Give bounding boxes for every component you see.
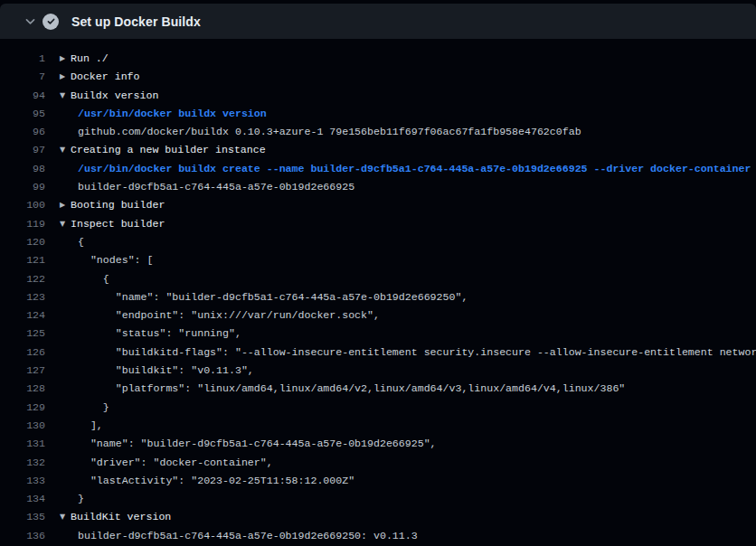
log-group-row[interactable]: 135 ▼ BuildKit version [0, 508, 756, 526]
triangle-down-icon: ▼ [60, 141, 71, 159]
log-text: "endpoint": "unix:///var/run/docker.sock… [78, 306, 380, 325]
log-text: Booting builder [71, 196, 165, 214]
line-number[interactable]: 134 [0, 490, 45, 508]
log-line: 121 "nodes": [ [0, 251, 756, 269]
log-text: github.com/docker/buildx 0.10.3+azure-1 … [78, 123, 581, 141]
line-number[interactable]: 100 [0, 196, 45, 214]
log-text: Inspect builder [71, 215, 165, 233]
log-text: { [78, 233, 84, 251]
log-line: 123 "name": "builder-d9cfb5a1-c764-445a-… [0, 288, 756, 306]
line-number[interactable]: 135 [0, 508, 45, 526]
log-text: BuildKit version [71, 508, 171, 526]
line-number[interactable]: 126 [0, 344, 45, 362]
log-group-row[interactable]: 97 ▼ Creating a new builder instance [0, 141, 756, 159]
log-text: } [78, 490, 84, 508]
log-line: 122 { [0, 270, 756, 288]
line-number[interactable]: 1 [0, 50, 45, 68]
log-line: 126 "buildkitd-flags": "--allow-insecure… [0, 344, 756, 362]
log-line: 134 } [0, 490, 756, 508]
line-number[interactable]: 131 [0, 435, 45, 453]
triangle-down-icon: ▼ [60, 87, 71, 105]
line-number[interactable]: 94 [0, 87, 45, 105]
log-text: builder-d9cfb5a1-c764-445a-a57e-0b19d2e6… [78, 527, 418, 545]
log-text: Buildx version [71, 87, 158, 105]
log-group-row[interactable]: 119 ▼ Inspect builder [0, 215, 756, 233]
log-group-row[interactable]: 94 ▼ Buildx version [0, 87, 756, 105]
line-number[interactable]: 124 [0, 306, 45, 325]
log-line: 99 builder-d9cfb5a1-c764-445a-a57e-0b19d… [0, 178, 756, 196]
log-text: "buildkit": "v0.11.3", [78, 362, 254, 380]
chevron-down-icon[interactable] [24, 14, 37, 28]
triangle-right-icon: ▶ [60, 196, 71, 214]
log-text: Run ./ [71, 50, 109, 68]
line-number[interactable]: 129 [0, 399, 45, 417]
log-text: } [78, 399, 109, 417]
line-number[interactable]: 7 [0, 68, 45, 86]
log-text: "status": "running", [78, 325, 241, 343]
line-number[interactable]: 96 [0, 123, 45, 141]
log-line: 128 "platforms": "linux/amd64,linux/amd6… [0, 380, 756, 398]
line-number[interactable]: 120 [0, 233, 45, 251]
log-text: /usr/bin/docker buildx create --name bui… [78, 160, 751, 178]
log-line: 125 "status": "running", [0, 325, 756, 343]
log-text: builder-d9cfb5a1-c764-445a-a57e-0b19d2e6… [78, 178, 354, 196]
log-line: 98 /usr/bin/docker buildx create --name … [0, 160, 756, 178]
log-line: 120 { [0, 233, 756, 251]
log-line: 96 github.com/docker/buildx 0.10.3+azure… [0, 123, 756, 141]
log-text: { [78, 270, 109, 288]
log-group-row[interactable]: 100 ▶ Booting builder [0, 196, 756, 214]
log-group-row[interactable]: 1 ▶ Run ./ [0, 50, 756, 68]
log-text: Creating a new builder instance [71, 141, 266, 159]
log-area: 1 ▶ Run ./ 7 ▶ Docker info 94 ▼ Buildx v… [0, 39, 756, 546]
triangle-down-icon: ▼ [60, 215, 71, 233]
line-number[interactable]: 136 [0, 527, 45, 545]
log-line: 95 /usr/bin/docker buildx version [0, 105, 756, 123]
log-text: "name": "builder-d9cfb5a1-c764-445a-a57e… [78, 288, 468, 306]
log-text: "platforms": "linux/amd64,linux/amd64/v2… [78, 380, 625, 398]
log-line: 124 "endpoint": "unix:///var/run/docker.… [0, 306, 756, 325]
step-header[interactable]: Set up Docker Buildx [0, 4, 756, 39]
line-number[interactable]: 95 [0, 105, 45, 123]
triangle-down-icon: ▼ [60, 508, 71, 526]
log-text: "driver": "docker-container", [78, 454, 273, 472]
log-line: 132 "driver": "docker-container", [0, 454, 756, 472]
status-success-icon [43, 14, 59, 30]
line-number[interactable]: 97 [0, 141, 45, 159]
line-number[interactable]: 132 [0, 454, 45, 472]
log-text: ], [78, 417, 103, 435]
log-text: "nodes": [ [78, 251, 154, 269]
log-text: /usr/bin/docker buildx version [78, 105, 267, 123]
line-number[interactable]: 133 [0, 472, 45, 490]
log-line: 133 "lastActivity": "2023-02-25T11:58:12… [0, 472, 756, 490]
line-number[interactable]: 127 [0, 362, 45, 380]
log-line: 131 "name": "builder-d9cfb5a1-c764-445a-… [0, 435, 756, 453]
log-line: 130 ], [0, 417, 756, 435]
log-line: 127 "buildkit": "v0.11.3", [0, 362, 756, 380]
line-number[interactable]: 121 [0, 251, 45, 269]
step-title: Set up Docker Buildx [71, 14, 201, 29]
line-number[interactable]: 123 [0, 288, 45, 306]
log-text: "name": "builder-d9cfb5a1-c764-445a-a57e… [78, 435, 437, 453]
line-number[interactable]: 125 [0, 325, 45, 343]
triangle-right-icon: ▶ [60, 68, 71, 86]
log-line: 129 } [0, 399, 756, 417]
log-text: Docker info [71, 68, 140, 86]
log-text: "lastActivity": "2023-02-25T11:58:12.000… [78, 472, 354, 490]
line-number[interactable]: 119 [0, 215, 45, 233]
triangle-right-icon: ▶ [60, 50, 71, 68]
line-number[interactable]: 99 [0, 178, 45, 196]
log-line: 136 builder-d9cfb5a1-c764-445a-a57e-0b19… [0, 527, 756, 545]
line-number[interactable]: 128 [0, 380, 45, 398]
line-number[interactable]: 122 [0, 270, 45, 288]
line-number[interactable]: 98 [0, 160, 45, 178]
line-number[interactable]: 130 [0, 417, 45, 435]
log-text: "buildkitd-flags": "--allow-insecure-ent… [78, 344, 756, 362]
log-group-row[interactable]: 7 ▶ Docker info [0, 68, 756, 86]
